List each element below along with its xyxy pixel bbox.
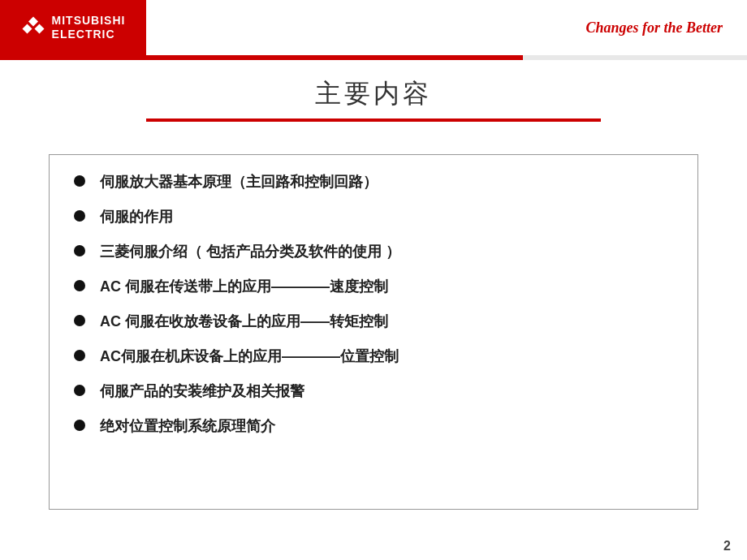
header: MITSUBISHI ELECTRIC Changes for the Bett… [0, 0, 747, 55]
bullet-dot-icon [74, 175, 85, 187]
svg-marker-2 [34, 24, 44, 34]
bullet-text: AC 伺服在收放卷设备上的应用——转矩控制 [100, 311, 388, 333]
list-item: 伺服放大器基本原理（主回路和控制回路） [74, 171, 673, 193]
bullet-dot-icon [74, 210, 85, 222]
footer: 2 [0, 534, 747, 560]
list-item: AC伺服在机床设备上的应用————位置控制 [74, 346, 673, 368]
list-item: 伺服产品的安装维护及相关报警 [74, 381, 673, 403]
bullet-dot-icon [74, 420, 85, 431]
logo-electric-text: ELECTRIC [52, 28, 126, 41]
list-item: AC 伺服在收放卷设备上的应用——转矩控制 [74, 311, 673, 333]
logo-brand-name: MITSUBISHI ELECTRIC [52, 14, 126, 41]
tagline-text: Changes for the Better [585, 19, 747, 37]
mitsubishi-diamond-icon [21, 15, 45, 40]
bullet-text: 伺服的作用 [100, 206, 173, 228]
list-item: 三菱伺服介绍（ 包括产品分类及软件的使用 ） [74, 241, 673, 263]
slide-title: 主要内容 [0, 76, 747, 112]
content-box: 伺服放大器基本原理（主回路和控制回路） 伺服的作用 三菱伺服介绍（ 包括产品分类… [49, 154, 698, 510]
slide: MITSUBISHI ELECTRIC Changes for the Bett… [0, 0, 747, 560]
page-number: 2 [723, 539, 731, 554]
bullet-text: 三菱伺服介绍（ 包括产品分类及软件的使用 ） [100, 241, 400, 263]
title-section: 主要内容 [0, 60, 747, 146]
logo-mitsubishi-text: MITSUBISHI [52, 14, 126, 28]
list-item: AC 伺服在传送带上的应用————速度控制 [74, 276, 673, 298]
bullet-dot-icon [74, 245, 85, 256]
svg-marker-0 [28, 17, 38, 27]
bullet-text: AC伺服在机床设备上的应用————位置控制 [100, 346, 399, 368]
bullet-text: 伺服放大器基本原理（主回路和控制回路） [100, 171, 378, 193]
content-area: 伺服放大器基本原理（主回路和控制回路） 伺服的作用 三菱伺服介绍（ 包括产品分类… [0, 146, 747, 534]
bullet-text: AC 伺服在传送带上的应用————速度控制 [100, 276, 388, 298]
red-divider [146, 118, 601, 122]
bullet-dot-icon [74, 280, 85, 291]
list-item: 伺服的作用 [74, 206, 673, 228]
bullet-text: 绝对位置控制系统原理简介 [100, 416, 275, 437]
bullet-list: 伺服放大器基本原理（主回路和控制回路） 伺服的作用 三菱伺服介绍（ 包括产品分类… [74, 171, 673, 437]
list-item: 绝对位置控制系统原理简介 [74, 416, 673, 437]
bullet-dot-icon [74, 315, 85, 326]
logo-area: MITSUBISHI ELECTRIC [0, 0, 146, 55]
bullet-dot-icon [74, 350, 85, 361]
svg-marker-1 [22, 24, 32, 34]
bullet-dot-icon [74, 385, 85, 396]
bullet-text: 伺服产品的安装维护及相关报警 [100, 381, 304, 403]
